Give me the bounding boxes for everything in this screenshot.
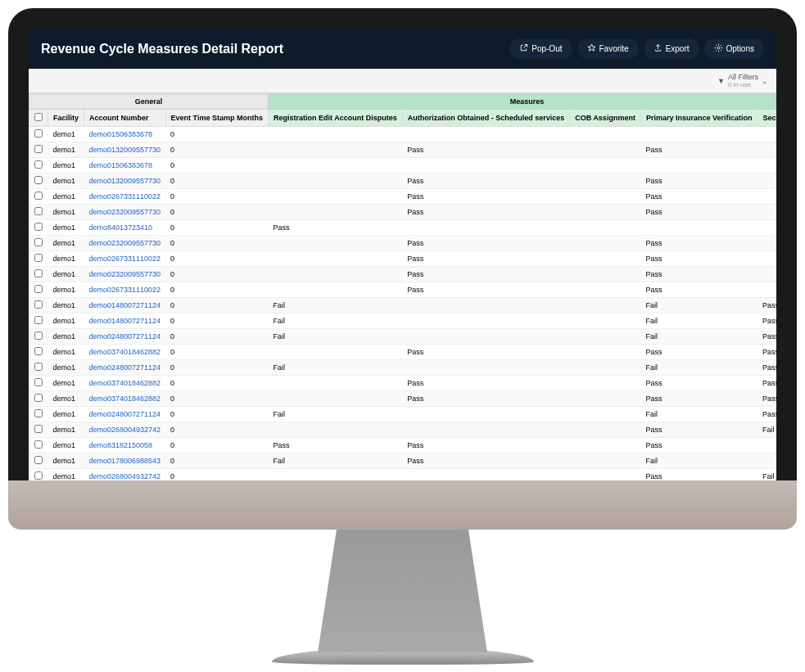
col-facility[interactable]: Facility — [48, 110, 84, 127]
account-link[interactable]: demo0268004932742 — [89, 426, 161, 434]
cell-sec: Pass — [758, 298, 776, 313]
cell-account: demo01506383678 — [84, 127, 166, 142]
account-link[interactable]: demo0148007271124 — [89, 301, 161, 309]
export-button[interactable]: Export — [644, 38, 699, 59]
row-checkbox[interactable] — [34, 269, 43, 277]
account-link[interactable]: demo0232009557730 — [89, 270, 161, 278]
page-title: Revenue Cycle Measures Detail Report — [41, 42, 283, 56]
row-checkbox[interactable] — [34, 145, 43, 153]
cell-auth — [402, 313, 570, 329]
select-all-checkbox[interactable] — [34, 113, 43, 121]
account-link[interactable]: demo0374018462882 — [89, 379, 161, 387]
row-checkbox[interactable] — [34, 456, 43, 464]
cell-account: demo0374018462882 — [84, 345, 166, 360]
cell-account: demo0132009557730 — [84, 174, 166, 189]
col-secondary[interactable]: Seco — [758, 110, 776, 127]
row-select-cell — [29, 391, 48, 407]
cell-facility: demo1 — [48, 376, 84, 391]
col-primary-ins[interactable]: Primary Insurance Verification — [640, 110, 758, 127]
col-auth[interactable]: Authorization Obtained - Scheduled servi… — [402, 110, 570, 127]
account-link[interactable]: demo0178006988543 — [89, 457, 161, 465]
row-checkbox[interactable] — [34, 471, 43, 480]
row-select-cell — [29, 236, 48, 251]
col-event-time[interactable]: Event Time Stamp Months — [165, 110, 268, 127]
cell-pins: Fail — [640, 360, 758, 376]
cell-etm: 0 — [165, 376, 268, 391]
account-link[interactable]: demo0148007271124 — [89, 317, 161, 325]
row-checkbox[interactable] — [34, 394, 43, 402]
account-link[interactable]: demo0232009557730 — [89, 239, 161, 247]
cell-sec: Pass — [758, 345, 776, 360]
cell-etm: 0 — [165, 174, 268, 189]
col-account[interactable]: Account Number — [84, 110, 166, 127]
row-checkbox[interactable] — [34, 347, 43, 355]
report-table-wrap[interactable]: General Measures Facility Account Number… — [29, 93, 776, 480]
account-link[interactable]: demo0267331110022 — [89, 286, 161, 294]
row-checkbox[interactable] — [34, 331, 43, 340]
account-link[interactable]: demo01506383678 — [89, 161, 153, 169]
cell-sec — [758, 189, 776, 205]
cell-facility: demo1 — [48, 469, 84, 481]
favorite-label: Favorite — [599, 44, 629, 53]
col-cob[interactable]: COB Assignment — [570, 110, 641, 127]
row-checkbox[interactable] — [34, 425, 43, 433]
row-checkbox[interactable] — [34, 176, 43, 184]
cell-reg — [268, 376, 402, 391]
cell-auth — [402, 407, 570, 422]
row-checkbox[interactable] — [34, 254, 43, 262]
cell-account: demo0267331110022 — [84, 282, 166, 298]
account-link[interactable]: demo84013723410 — [89, 223, 153, 232]
cell-pins: Pass — [640, 376, 758, 391]
cell-sec: Fail — [758, 422, 776, 438]
cell-auth — [402, 469, 570, 481]
row-checkbox[interactable] — [34, 207, 43, 215]
account-link[interactable]: demo0132009557730 — [89, 177, 161, 185]
row-checkbox[interactable] — [34, 192, 43, 200]
account-link[interactable]: demo0268004932742 — [89, 472, 161, 480]
row-checkbox[interactable] — [34, 238, 43, 246]
cell-sec: Pass — [758, 376, 776, 391]
options-button[interactable]: Options — [704, 38, 764, 59]
cell-auth — [402, 422, 570, 438]
row-checkbox[interactable] — [34, 300, 43, 309]
favorite-button[interactable]: Favorite — [577, 38, 639, 59]
col-reg-edit[interactable]: Registration Edit Account Disputes — [268, 110, 402, 127]
row-checkbox[interactable] — [34, 363, 43, 371]
all-filters-button[interactable]: ▼ All Filters 0 in use ⌄ — [717, 73, 768, 88]
account-link[interactable]: demo0248007271124 — [89, 363, 161, 372]
account-link[interactable]: demo01506383678 — [89, 130, 153, 138]
cell-reg — [268, 267, 402, 282]
account-link[interactable]: demo0248007271124 — [89, 332, 161, 341]
table-row: demo1demo02673311100220PassPass — [29, 251, 777, 267]
cell-account: demo0232009557730 — [84, 236, 166, 251]
cell-cob — [570, 407, 641, 422]
cell-etm: 0 — [165, 360, 268, 376]
row-checkbox[interactable] — [34, 129, 43, 138]
cell-auth: Pass — [402, 267, 570, 282]
row-checkbox[interactable] — [34, 223, 43, 231]
row-checkbox[interactable] — [34, 316, 43, 324]
row-checkbox[interactable] — [34, 440, 43, 449]
row-checkbox[interactable] — [34, 409, 43, 417]
monitor-stand — [309, 530, 497, 652]
row-checkbox[interactable] — [34, 285, 43, 293]
row-checkbox[interactable] — [34, 378, 43, 386]
table-row: demo1demo03740184628820PassPassPass — [29, 345, 777, 360]
account-link[interactable]: demo0267331110022 — [89, 255, 161, 263]
popout-button[interactable]: Pop-Out — [509, 38, 572, 59]
account-link[interactable]: demo0232009557730 — [89, 208, 161, 216]
account-link[interactable]: demo83182150058 — [89, 441, 153, 449]
cell-facility: demo1 — [48, 345, 84, 360]
table-row: demo1demo02480072711240FailFailPass — [29, 329, 777, 345]
cell-auth: Pass — [402, 345, 570, 360]
cell-facility: demo1 — [48, 422, 84, 438]
cell-cob — [570, 360, 641, 376]
row-checkbox[interactable] — [34, 160, 43, 169]
account-link[interactable]: demo0374018462882 — [89, 348, 161, 356]
account-link[interactable]: demo0248007271124 — [89, 410, 161, 418]
table-row: demo1demo015063836780 — [29, 158, 777, 174]
account-link[interactable]: demo0267331110022 — [89, 192, 161, 201]
account-link[interactable]: demo0132009557730 — [89, 146, 161, 154]
account-link[interactable]: demo0374018462882 — [89, 395, 161, 403]
cell-facility: demo1 — [48, 251, 84, 267]
